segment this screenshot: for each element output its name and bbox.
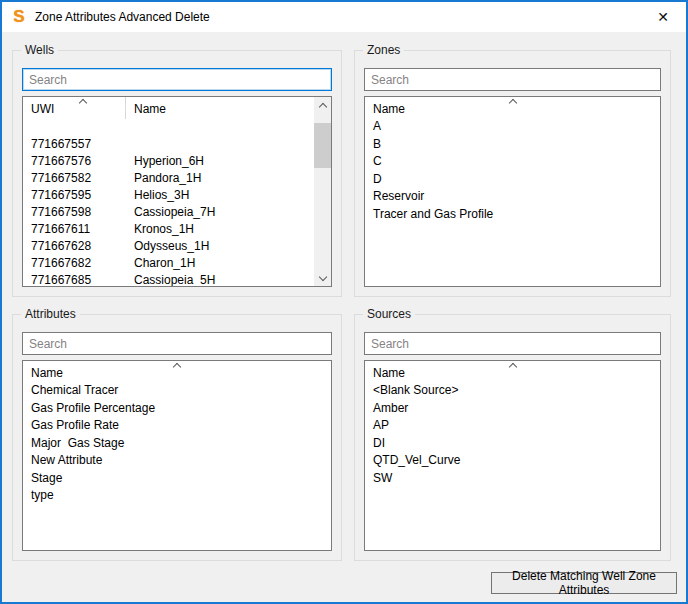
chevron-down-icon [319, 274, 327, 282]
zone-item[interactable]: D [365, 171, 660, 189]
attributes-group: Attributes Name Chemical Tracer Gas Prof… [12, 314, 342, 561]
source-item[interactable]: QTD_Vel_Curve [365, 452, 660, 470]
attribute-item[interactable]: type [23, 487, 331, 505]
well-row[interactable]: 771667686 Helio_2H [23, 272, 331, 287]
zones-list: Name A B C D Reservoir Tracer and Gas Pr… [364, 96, 661, 287]
attributes-header-label: Name [31, 366, 63, 380]
attributes-group-label: Attributes [21, 307, 80, 322]
attributes-list-body: Chemical Tracer Gas Profile Percentage G… [23, 382, 331, 505]
sort-ascending-icon [509, 98, 517, 106]
sources-list: Name <Blank Source> Amber AP DI QTD_Vel_… [364, 360, 661, 551]
attributes-name-column-header[interactable]: Name [23, 361, 331, 382]
source-item[interactable]: SW [365, 470, 660, 488]
delete-matching-button[interactable]: Delete Matching Well Zone Attributes [491, 572, 677, 594]
close-button[interactable]: ✕ [646, 2, 680, 32]
sources-group: Sources Name <Blank Source> Amber AP DI … [354, 314, 671, 561]
zone-item[interactable]: B [365, 136, 660, 154]
zone-item[interactable]: C [365, 153, 660, 171]
sources-header-label: Name [373, 366, 405, 380]
attribute-item[interactable]: New Attribute [23, 452, 331, 470]
well-row[interactable]: 771667598 Kronos_1H [23, 187, 331, 204]
wells-group-label: Wells [21, 43, 58, 58]
wells-group: Wells UWI Name 771667557 Hyperion_6H 771… [12, 50, 342, 297]
attributes-list: Name Chemical Tracer Gas Profile Percent… [22, 360, 332, 551]
sort-ascending-icon [173, 362, 181, 370]
source-item[interactable]: AP [365, 417, 660, 435]
zones-list-body: A B C D Reservoir Tracer and Gas Profile [365, 118, 660, 223]
sources-search-input[interactable] [364, 332, 661, 355]
app-logo-icon: S [9, 7, 29, 27]
sources-name-column-header[interactable]: Name [365, 361, 660, 382]
attribute-item[interactable]: Gas Profile Percentage [23, 400, 331, 418]
well-row[interactable]: 771667576 Pandora_1H [23, 136, 331, 153]
source-item[interactable]: Amber [365, 400, 660, 418]
dialog-window: S Zone Attributes Advanced Delete ✕ Well… [0, 0, 688, 604]
chevron-up-icon [319, 102, 327, 110]
wells-list: UWI Name 771667557 Hyperion_6H 771667576… [22, 96, 332, 287]
scroll-up-button[interactable] [314, 97, 331, 114]
well-row[interactable]: 771667582 Helios_3H [23, 153, 331, 170]
sources-group-label: Sources [363, 307, 415, 322]
uwi-column-header[interactable]: UWI [23, 97, 126, 119]
zones-search-input[interactable] [364, 68, 661, 91]
zones-group: Zones Name A B C D Reservoir Tr [354, 50, 671, 297]
wells-scrollbar[interactable] [314, 97, 331, 286]
well-row[interactable]: 771667682 Cassiopeia_5H [23, 238, 331, 255]
attributes-search-input[interactable] [22, 332, 332, 355]
name-column-header[interactable]: Name [127, 97, 314, 119]
zones-group-label: Zones [363, 43, 404, 58]
attribute-item[interactable]: Chemical Tracer [23, 382, 331, 400]
zones-name-column-header[interactable]: Name [365, 97, 660, 118]
source-item[interactable]: DI [365, 435, 660, 453]
window-title: Zone Attributes Advanced Delete [35, 10, 210, 24]
zone-item[interactable]: Tracer and Gas Profile [365, 206, 660, 224]
attribute-item[interactable]: Gas Profile Rate [23, 417, 331, 435]
well-row[interactable]: 771667595 Cassiopeia_7H [23, 170, 331, 187]
well-row[interactable]: 771667628 Charon_1H [23, 221, 331, 238]
wells-table-header: UWI Name [23, 97, 331, 119]
title-bar: S Zone Attributes Advanced Delete ✕ [2, 2, 686, 32]
zone-item[interactable]: Reservoir [365, 188, 660, 206]
attribute-item[interactable]: Stage [23, 470, 331, 488]
sort-ascending-icon [79, 98, 87, 106]
wells-search-input[interactable] [22, 68, 332, 91]
scrollbar-thumb[interactable] [314, 123, 331, 168]
zones-header-label: Name [373, 102, 405, 116]
wells-table-body: 771667557 Hyperion_6H 771667576 Pandora_… [23, 119, 331, 287]
sources-list-body: <Blank Source> Amber AP DI QTD_Vel_Curve… [365, 382, 660, 487]
zone-item[interactable]: A [365, 118, 660, 136]
well-row[interactable]: 771667611 Odysseus_1H [23, 204, 331, 221]
well-row[interactable]: 771667557 Hyperion_6H [23, 119, 331, 136]
close-icon: ✕ [657, 9, 669, 25]
source-item[interactable]: <Blank Source> [365, 382, 660, 400]
sort-ascending-icon [509, 362, 517, 370]
well-row[interactable]: 771667685 Saturn_1H [23, 255, 331, 272]
scroll-down-button[interactable] [314, 269, 331, 286]
attribute-item[interactable]: Major Gas Stage [23, 435, 331, 453]
